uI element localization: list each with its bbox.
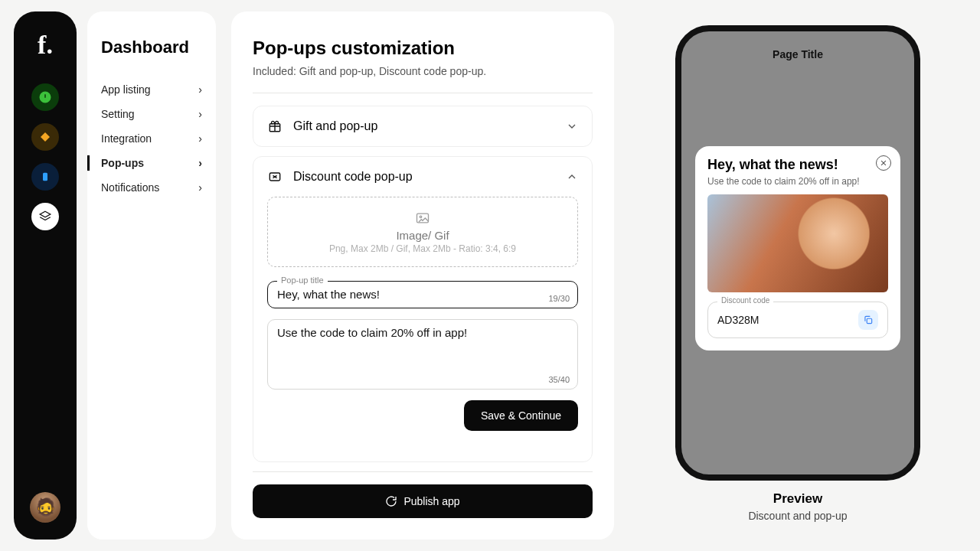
svg-point-9 bbox=[420, 216, 422, 218]
accordion-title: Gift and pop-up bbox=[293, 119, 555, 133]
svg-point-2 bbox=[44, 99, 46, 101]
char-counter: 35/40 bbox=[548, 375, 570, 384]
popup-body: Use the code to claim 20% off in app! bbox=[707, 176, 888, 187]
chevron-down-icon bbox=[566, 120, 578, 132]
chevron-right-icon: › bbox=[198, 83, 202, 96]
chevron-up-icon bbox=[566, 171, 578, 183]
phone-frame: Page Title Hey, what the news! Use the c… bbox=[675, 25, 920, 481]
sidebar-item-label: Notifications bbox=[101, 181, 159, 194]
copy-code-button[interactable] bbox=[858, 310, 878, 330]
chevron-right-icon: › bbox=[198, 181, 202, 194]
accordion-header-gift[interactable]: Gift and pop-up bbox=[253, 106, 592, 146]
sidebar-title: Dashboard bbox=[87, 37, 216, 77]
save-continue-button[interactable]: Save & Continue bbox=[464, 400, 578, 431]
popup-body-field[interactable]: 35/40 bbox=[267, 319, 578, 390]
main-panel: Pop-ups customization Included: Gift and… bbox=[231, 11, 614, 540]
publish-app-button[interactable]: Publish app bbox=[253, 484, 593, 518]
rail-item-layers[interactable] bbox=[31, 203, 59, 230]
chevron-right-icon: › bbox=[198, 157, 202, 169]
publish-label: Publish app bbox=[403, 495, 459, 507]
layers-icon bbox=[38, 210, 52, 223]
ticket-icon bbox=[267, 169, 283, 184]
preview-label: Preview bbox=[773, 491, 822, 507]
divider bbox=[253, 471, 593, 472]
popup-title-input[interactable] bbox=[277, 288, 568, 301]
rail-item-mobile[interactable] bbox=[31, 163, 59, 191]
brand-logo: f. bbox=[28, 28, 62, 62]
svg-marker-5 bbox=[40, 211, 51, 217]
image-dropzone[interactable]: Image/ Gif Png, Max 2Mb / Gif, Max 2Mb -… bbox=[267, 197, 578, 267]
accordion-title: Discount code pop-up bbox=[293, 170, 555, 184]
user-avatar[interactable]: 🧔 bbox=[30, 492, 60, 523]
phone-page-title: Page Title bbox=[681, 31, 914, 60]
sidebar-item-popups[interactable]: Pop-ups › bbox=[87, 151, 216, 175]
sidebar-item-app-listing[interactable]: App listing › bbox=[87, 77, 216, 102]
sidebar: Dashboard App listing › Setting › Integr… bbox=[87, 11, 216, 540]
popup-image bbox=[707, 194, 888, 292]
sidebar-item-label: App listing bbox=[101, 83, 151, 96]
mobile-icon bbox=[38, 170, 52, 184]
field-label: Pop-up title bbox=[277, 276, 328, 285]
chevron-right-icon: › bbox=[198, 108, 202, 120]
rail-item-diamond[interactable] bbox=[31, 123, 59, 151]
popup-body-input[interactable] bbox=[277, 326, 568, 370]
close-icon bbox=[880, 159, 887, 167]
sidebar-item-integration[interactable]: Integration › bbox=[87, 126, 216, 151]
preview-popup: Hey, what the news! Use the code to clai… bbox=[695, 146, 900, 350]
copy-icon bbox=[863, 315, 874, 325]
accordion-header-discount[interactable]: Discount code pop-up bbox=[253, 157, 592, 197]
divider bbox=[253, 93, 593, 93]
popup-title: Hey, what the news! bbox=[707, 157, 888, 173]
dropzone-subtitle: Png, Max 2Mb / Gif, Max 2Mb - Ratio: 3:4… bbox=[329, 243, 516, 254]
diamond-icon bbox=[38, 130, 52, 144]
popup-title-field[interactable]: Pop-up title 19/30 bbox=[267, 281, 578, 308]
svg-rect-12 bbox=[867, 318, 871, 323]
accordion-discount-popup: Discount code pop-up Image/ Gif Png, Max… bbox=[253, 156, 593, 462]
rail-item-alerts[interactable] bbox=[31, 83, 59, 111]
sidebar-item-label: Integration bbox=[101, 132, 152, 145]
code-label: Discount code bbox=[717, 296, 773, 305]
svg-marker-3 bbox=[41, 132, 50, 142]
accordion-gift-popup: Gift and pop-up bbox=[253, 106, 593, 147]
svg-rect-4 bbox=[43, 173, 47, 181]
sidebar-item-notifications[interactable]: Notifications › bbox=[87, 175, 216, 200]
close-button[interactable] bbox=[876, 155, 891, 171]
preview-sublabel: Discount and pop-up bbox=[748, 510, 847, 522]
code-value: AD328M bbox=[717, 314, 858, 326]
nav-rail: f. 🧔 bbox=[14, 11, 77, 540]
refresh-icon bbox=[385, 495, 397, 507]
page-subtitle: Included: Gift and pop-up, Discount code… bbox=[253, 65, 593, 77]
sidebar-item-setting[interactable]: Setting › bbox=[87, 102, 216, 126]
chevron-right-icon: › bbox=[198, 132, 202, 145]
sidebar-item-label: Pop-ups bbox=[101, 157, 144, 169]
preview-pane: Page Title Hey, what the news! Use the c… bbox=[629, 11, 966, 540]
dropzone-title: Image/ Gif bbox=[396, 229, 449, 242]
alert-icon bbox=[38, 90, 52, 104]
image-icon bbox=[413, 210, 432, 226]
char-counter: 19/30 bbox=[548, 294, 570, 303]
page-title: Pop-ups customization bbox=[253, 37, 593, 59]
sidebar-item-label: Setting bbox=[101, 108, 135, 120]
gift-icon bbox=[267, 119, 283, 134]
discount-code-box: Discount code AD328M bbox=[707, 302, 888, 338]
